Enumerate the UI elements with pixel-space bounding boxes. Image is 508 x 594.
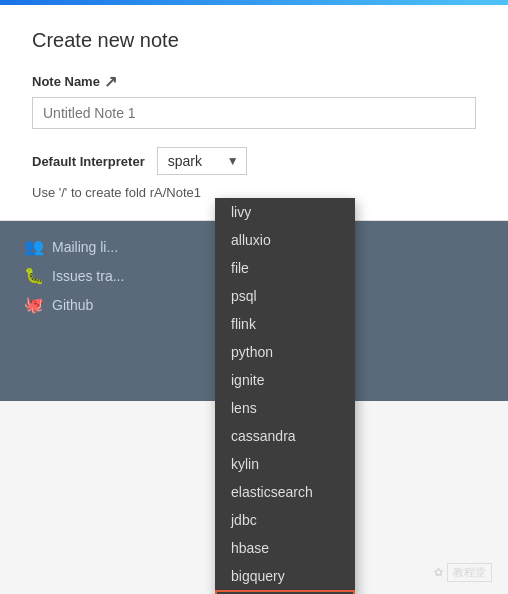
mailing-icon: 👥	[24, 237, 44, 256]
dropdown-item-psql[interactable]: psql	[215, 282, 355, 310]
github-icon: 🐙	[24, 295, 44, 314]
dropdown-item-python[interactable]: python	[215, 338, 355, 366]
dropdown-item-bigquery[interactable]: bigquery	[215, 562, 355, 590]
dropdown-item-ignite[interactable]: ignite	[215, 366, 355, 394]
dropdown-item-lens[interactable]: lens	[215, 394, 355, 422]
dropdown-item-kylin[interactable]: kylin	[215, 450, 355, 478]
cursor-icon: ↗	[104, 72, 117, 91]
dropdown-item-hbase[interactable]: hbase	[215, 534, 355, 562]
dropdown-item-elasticsearch[interactable]: elasticsearch	[215, 478, 355, 506]
issues-text: Issues tra...	[52, 268, 124, 284]
note-name-label: Note Name ↗	[32, 72, 476, 91]
interpreter-select-wrapper: spark ▼	[157, 147, 247, 175]
dropdown-item-alluxio[interactable]: alluxio	[215, 226, 355, 254]
watermark-text: 教程堂	[447, 563, 492, 582]
note-name-input[interactable]	[32, 97, 476, 129]
dropdown-menu: livy alluxio file psql flink python igni…	[215, 198, 355, 594]
watermark-symbol: ✿	[434, 566, 443, 579]
mailing-text: Mailing li...	[52, 239, 118, 255]
interpreter-label: Default Interpreter	[32, 154, 145, 169]
dropdown-item-sparkmaster[interactable]: SparkMaster	[215, 590, 355, 594]
interpreter-select[interactable]: spark	[157, 147, 247, 175]
dropdown-item-file[interactable]: file	[215, 254, 355, 282]
dropdown-item-flink[interactable]: flink	[215, 310, 355, 338]
github-text: Github	[52, 297, 93, 313]
issues-icon: 🐛	[24, 266, 44, 285]
dropdown-item-jdbc[interactable]: jdbc	[215, 506, 355, 534]
dropdown-item-livy[interactable]: livy	[215, 198, 355, 226]
dialog-container: Create new note Note Name ↗ Default Inte…	[0, 5, 508, 221]
dropdown-item-cassandra[interactable]: cassandra	[215, 422, 355, 450]
dialog-title: Create new note	[32, 29, 476, 52]
watermark: ✿ 教程堂	[434, 563, 492, 582]
interpreter-row: Default Interpreter spark ▼	[32, 147, 476, 175]
